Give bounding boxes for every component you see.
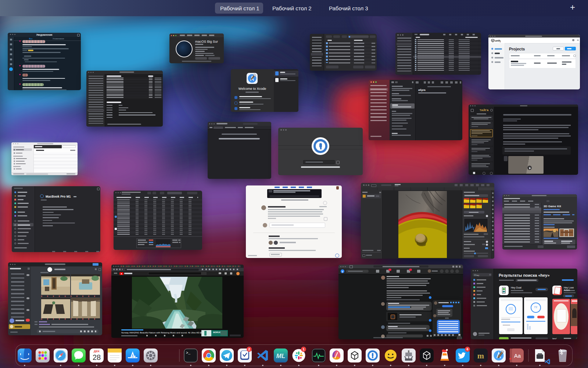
svg-text:m: m — [477, 351, 484, 360]
svg-text:6: 6 — [466, 347, 468, 351]
svg-text:Aa: Aa — [514, 353, 521, 359]
svg-text:ML: ML — [276, 353, 286, 360]
svg-text:1: 1 — [302, 347, 304, 351]
svg-text:2: 2 — [248, 347, 250, 351]
svg-text:>_: >_ — [186, 351, 191, 355]
svg-text:ДЕК: ДЕК — [94, 350, 100, 353]
svg-text:unity: unity — [495, 39, 501, 42]
svg-text:28: 28 — [93, 353, 101, 361]
